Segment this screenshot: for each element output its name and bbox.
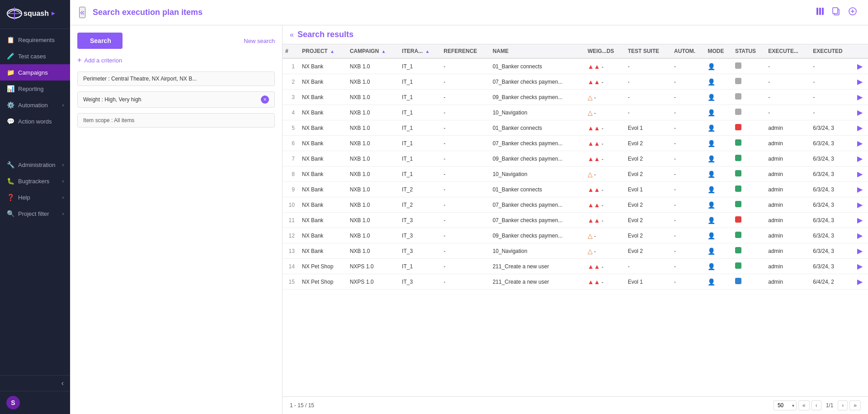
play-btn[interactable]: ▶ xyxy=(857,216,863,224)
cell-action[interactable]: ▶ xyxy=(854,182,868,197)
cell-project: NX Bank xyxy=(299,58,347,74)
new-search-link[interactable]: New search xyxy=(244,38,275,44)
sidebar-collapse-btn[interactable]: ‹ xyxy=(0,375,70,391)
sidebar-item-label: Campaigns xyxy=(18,69,48,76)
cell-num: 5 xyxy=(283,120,299,136)
mode-icon: 👤 xyxy=(708,171,715,178)
sidebar-item-test-cases[interactable]: 🧪 Test cases xyxy=(0,48,70,64)
cell-num: 6 xyxy=(283,136,299,151)
play-btn[interactable]: ▶ xyxy=(857,247,863,255)
columns-btn[interactable] xyxy=(814,5,826,20)
remove-weight-criterion-btn[interactable]: × xyxy=(261,95,269,104)
cell-action[interactable]: ▶ xyxy=(854,243,868,259)
table-row: 1 NX Bank NXB 1.0 IT_1 - 01_Banker conne… xyxy=(283,58,868,74)
sidebar-item-action-words[interactable]: 💬 Action words xyxy=(0,113,70,129)
criterion-weight: Weight : High, Very high × xyxy=(77,91,275,108)
cell-mode: 👤 xyxy=(705,74,732,90)
cell-action[interactable]: ▶ xyxy=(854,58,868,74)
search-button[interactable]: Search xyxy=(77,33,123,49)
play-btn[interactable]: ▶ xyxy=(857,62,863,70)
add-btn[interactable] xyxy=(846,5,859,20)
cell-test-suite: - xyxy=(625,58,671,74)
play-btn[interactable]: ▶ xyxy=(857,155,863,162)
status-dot xyxy=(735,139,741,146)
per-page-select[interactable]: 50 10 25 100 xyxy=(774,400,797,410)
cell-action[interactable]: ▶ xyxy=(854,274,868,290)
play-btn[interactable]: ▶ xyxy=(857,124,863,132)
search-top-row: Search New search xyxy=(77,33,275,49)
cell-action[interactable]: ▶ xyxy=(854,90,868,105)
cell-name: 09_Banker checks paymen... xyxy=(490,151,585,167)
sidebar-item-requirements[interactable]: 📋 Requirements xyxy=(0,32,70,48)
prev-page-btn[interactable]: ‹ xyxy=(811,400,821,410)
cell-weight: ▲▲ - xyxy=(585,136,625,151)
cell-action[interactable]: ▶ xyxy=(854,151,868,167)
avatar[interactable]: S xyxy=(6,396,20,409)
cell-action[interactable]: ▶ xyxy=(854,228,868,243)
copy-btn[interactable] xyxy=(830,5,843,20)
search-back-btn[interactable]: « xyxy=(79,7,85,18)
play-btn[interactable]: ▶ xyxy=(857,262,863,270)
cell-action[interactable]: ▶ xyxy=(854,197,868,213)
cell-name: 07_Banker checks paymen... xyxy=(490,74,585,90)
col-project[interactable]: PROJECT ▲ xyxy=(299,44,347,58)
play-btn[interactable]: ▶ xyxy=(857,232,863,239)
sidebar-item-automation[interactable]: ⚙️ Automation › xyxy=(0,97,70,113)
cell-campaign: NXB 1.0 xyxy=(347,243,399,259)
sidebar-item-campaigns[interactable]: 📁 Campaigns xyxy=(0,64,70,81)
cell-action[interactable]: ▶ xyxy=(854,120,868,136)
cell-action[interactable]: ▶ xyxy=(854,136,868,151)
sidebar-item-help[interactable]: ❓ Help › xyxy=(0,189,70,205)
cell-reference: - xyxy=(441,274,490,290)
mode-icon: 👤 xyxy=(708,124,715,132)
play-btn[interactable]: ▶ xyxy=(857,139,863,147)
sidebar-item-administration[interactable]: 🔧 Administration › xyxy=(0,157,70,173)
cell-executed-by: admin xyxy=(765,243,810,259)
sidebar-item-label: Bugtrackers xyxy=(18,178,49,185)
play-btn[interactable]: ▶ xyxy=(857,109,863,116)
cell-reference: - xyxy=(441,136,490,151)
play-btn[interactable]: ▶ xyxy=(857,201,863,209)
col-iteration[interactable]: ITERA... ▲ xyxy=(399,44,441,58)
sidebar-item-bugtrackers[interactable]: 🐛 Bugtrackers › xyxy=(0,173,70,189)
cell-project: NX Bank xyxy=(299,167,347,182)
sidebar-item-project-filter[interactable]: 🔍 Project filter › xyxy=(0,205,70,222)
cell-action[interactable]: ▶ xyxy=(854,213,868,228)
chevron-icon: › xyxy=(62,162,64,167)
cell-status xyxy=(732,197,765,213)
cell-action[interactable]: ▶ xyxy=(854,74,868,90)
chevron-icon: › xyxy=(62,179,64,184)
cell-name: 09_Banker checks paymen... xyxy=(490,228,585,243)
cell-num: 10 xyxy=(283,197,299,213)
next-page-btn[interactable]: › xyxy=(838,400,848,410)
weight-high-icon: ▲▲ xyxy=(588,63,600,70)
sidebar-item-reporting[interactable]: 📊 Reporting xyxy=(0,81,70,97)
cell-executed-by: admin xyxy=(765,120,810,136)
weight-high-icon: ▲▲ xyxy=(588,278,600,286)
results-table: # PROJECT ▲ CAMPAIGN ▲ ITERA... ▲ REFERE… xyxy=(283,44,868,290)
cell-action[interactable]: ▶ xyxy=(854,259,868,274)
play-btn[interactable]: ▶ xyxy=(857,170,863,178)
play-btn[interactable]: ▶ xyxy=(857,278,863,286)
page-title: Search execution plan items xyxy=(93,8,203,17)
results-back-btn[interactable]: « xyxy=(290,31,294,39)
add-criterion-btn[interactable]: + Add a criterion xyxy=(77,54,275,66)
sidebar-item-label: Project filter xyxy=(18,210,49,217)
play-btn[interactable]: ▶ xyxy=(857,186,863,193)
cell-action[interactable]: ▶ xyxy=(854,167,868,182)
play-btn[interactable]: ▶ xyxy=(857,93,863,101)
cell-mode: 👤 xyxy=(705,120,732,136)
status-dot xyxy=(735,232,741,238)
col-campaign[interactable]: CAMPAIGN ▲ xyxy=(347,44,399,58)
cell-status xyxy=(732,120,765,136)
mode-icon: 👤 xyxy=(708,186,715,193)
results-title: Search results xyxy=(297,30,354,39)
cell-num: 9 xyxy=(283,182,299,197)
first-page-btn[interactable]: « xyxy=(798,400,810,410)
user-area: S xyxy=(0,391,70,414)
play-btn[interactable]: ▶ xyxy=(857,78,863,86)
table-row: 9 NX Bank NXB 1.0 IT_2 - 01_Banker conne… xyxy=(283,182,868,197)
last-page-btn[interactable]: » xyxy=(849,400,861,410)
cell-action[interactable]: ▶ xyxy=(854,105,868,120)
cell-executed-by: - xyxy=(765,58,810,74)
